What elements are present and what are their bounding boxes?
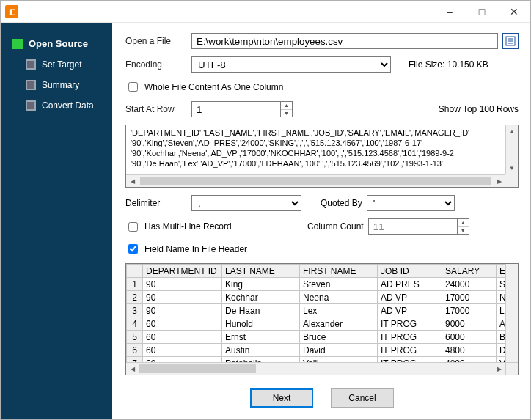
column-header[interactable]: DEPARTMENT ID — [143, 265, 222, 278]
table-cell[interactable]: Neena — [300, 291, 378, 304]
scroll-left-icon[interactable]: ◀ — [126, 175, 139, 187]
file-path-input[interactable] — [191, 33, 498, 49]
spinner-down-icon[interactable]: ▼ — [458, 226, 469, 235]
table-cell[interactable]: Bruce — [300, 331, 378, 344]
file-size-text: File Size: 10.150 KB — [409, 59, 488, 70]
scroll-down-icon[interactable]: ▼ — [506, 162, 518, 174]
step-indicator-icon — [26, 100, 36, 111]
table-cell[interactable]: 90 — [143, 291, 222, 304]
column-header[interactable]: JOB ID — [378, 265, 442, 278]
table-cell[interactable]: 24000 — [442, 278, 497, 291]
delimiter-label: Delimiter — [125, 198, 187, 208]
file-preview: 'DEPARTMENT_ID','LAST_NAME','FIRST_NAME'… — [125, 125, 519, 188]
scroll-up-icon[interactable]: ▲ — [506, 125, 518, 138]
spinner-down-icon[interactable]: ▼ — [281, 109, 292, 117]
table-cell[interactable]: AD VP — [378, 291, 442, 304]
table-cell[interactable]: David — [300, 344, 378, 357]
sidebar-item-set-target[interactable]: Set Target — [1, 54, 112, 75]
preview-content: 'DEPARTMENT_ID','LAST_NAME','FIRST_NAME'… — [126, 125, 505, 174]
table-cell[interactable]: AD VP — [378, 304, 442, 317]
quoted-by-label: Quoted By — [321, 198, 362, 208]
preview-vertical-scrollbar[interactable]: ▲ ▼ — [505, 125, 518, 174]
column-header[interactable]: LAST NAME — [222, 265, 300, 278]
sidebar-item-label: Convert Data — [42, 100, 94, 111]
sidebar-item-summary[interactable]: Summary — [1, 75, 112, 95]
table-cell[interactable]: AD PRES — [378, 278, 442, 291]
row-header[interactable]: 5 — [127, 331, 143, 344]
titlebar: ◧ – □ ✕ — [1, 1, 530, 23]
start-row-spinner[interactable]: ▲ ▼ — [191, 101, 293, 117]
table-cell[interactable]: IT PROG — [378, 344, 442, 357]
sidebar-item-label: Open Source — [29, 38, 88, 49]
preview-horizontal-scrollbar[interactable]: ◀ ▶ — [126, 174, 505, 187]
table-cell[interactable]: 60 — [143, 344, 222, 357]
row-header[interactable]: 2 — [127, 291, 143, 304]
row-header[interactable]: 1 — [127, 278, 143, 291]
column-count-spinner[interactable]: ▲ ▼ — [368, 218, 469, 235]
table-cell[interactable]: Alexander — [300, 317, 378, 331]
scroll-left-icon[interactable]: ◀ — [126, 363, 139, 375]
start-row-input[interactable] — [192, 102, 280, 117]
multiline-label: Has Multi-Line Record — [144, 221, 232, 232]
table-cell[interactable]: 9000 — [442, 317, 497, 331]
encoding-label: Encoding — [125, 59, 187, 70]
field-header-checkbox[interactable] — [128, 244, 138, 254]
table-cell[interactable]: 60 — [143, 317, 222, 331]
spinner-up-icon[interactable]: ▲ — [458, 219, 469, 226]
table-cell[interactable]: 90 — [143, 278, 222, 291]
field-header-label: Field Name In File Header — [144, 244, 247, 254]
table-cell[interactable]: 6000 — [442, 331, 497, 344]
row-header[interactable]: 3 — [127, 304, 143, 317]
browse-file-button[interactable] — [502, 33, 519, 49]
table-vertical-scrollbar[interactable] — [505, 264, 518, 362]
row-header[interactable]: 6 — [127, 344, 143, 357]
table-cell[interactable]: Austin — [222, 344, 300, 357]
multiline-checkbox[interactable] — [128, 222, 138, 232]
step-indicator-icon — [26, 59, 36, 70]
sidebar-item-convert-data[interactable]: Convert Data — [1, 95, 112, 116]
quoted-by-select[interactable]: ' — [367, 195, 455, 211]
table-cell[interactable]: Ernst — [222, 331, 300, 344]
column-count-input[interactable] — [369, 219, 457, 234]
column-header[interactable]: FIRST NAME — [300, 265, 378, 278]
show-top-rows-label: Show Top 100 Rows — [439, 104, 519, 114]
table-cell[interactable]: Hunold — [222, 317, 300, 331]
app-icon: ◧ — [5, 5, 18, 18]
table-cell[interactable]: Steven — [300, 278, 378, 291]
table-cell[interactable]: King — [222, 278, 300, 291]
start-row-label: Start At Row — [125, 104, 187, 114]
minimize-button[interactable]: – — [433, 1, 466, 22]
sidebar: Open Source Set Target Summary Convert D… — [1, 23, 112, 419]
table-cell[interactable]: Kochhar — [222, 291, 300, 304]
cancel-button[interactable]: Cancel — [331, 388, 394, 408]
sidebar-item-open-source[interactable]: Open Source — [1, 33, 112, 54]
column-count-label: Column Count — [307, 221, 364, 232]
maximize-button[interactable]: □ — [466, 1, 498, 22]
table-cell[interactable]: Lex — [300, 304, 378, 317]
table-cell[interactable]: 17000 — [442, 291, 497, 304]
table-cell[interactable]: 60 — [143, 331, 222, 344]
next-button[interactable]: Next — [250, 388, 313, 408]
table-cell[interactable]: De Haan — [222, 304, 300, 317]
table-horizontal-scrollbar[interactable]: ◀ ▶ — [126, 362, 505, 375]
table-cell[interactable]: 90 — [143, 304, 222, 317]
encoding-select[interactable]: UTF-8 — [191, 56, 391, 73]
scroll-right-icon[interactable]: ▶ — [493, 175, 505, 187]
open-file-label: Open a File — [125, 36, 187, 46]
scroll-right-icon[interactable]: ▶ — [493, 363, 505, 375]
spinner-up-icon[interactable]: ▲ — [281, 102, 292, 109]
data-table: DEPARTMENT IDLAST NAMEFIRST NAMEJOB IDSA… — [125, 263, 519, 375]
row-header[interactable]: 4 — [127, 317, 143, 331]
step-indicator-icon — [12, 39, 23, 49]
sidebar-item-label: Summary — [42, 80, 79, 90]
column-header[interactable]: SALARY — [442, 265, 497, 278]
delimiter-select[interactable]: , — [191, 195, 301, 211]
table-cell[interactable]: IT PROG — [378, 317, 442, 331]
sidebar-item-label: Set Target — [42, 59, 81, 70]
step-indicator-icon — [26, 80, 36, 90]
whole-file-checkbox[interactable] — [128, 82, 138, 92]
close-button[interactable]: ✕ — [498, 1, 530, 22]
table-cell[interactable]: IT PROG — [378, 331, 442, 344]
table-cell[interactable]: 17000 — [442, 304, 497, 317]
table-cell[interactable]: 4800 — [442, 344, 497, 357]
